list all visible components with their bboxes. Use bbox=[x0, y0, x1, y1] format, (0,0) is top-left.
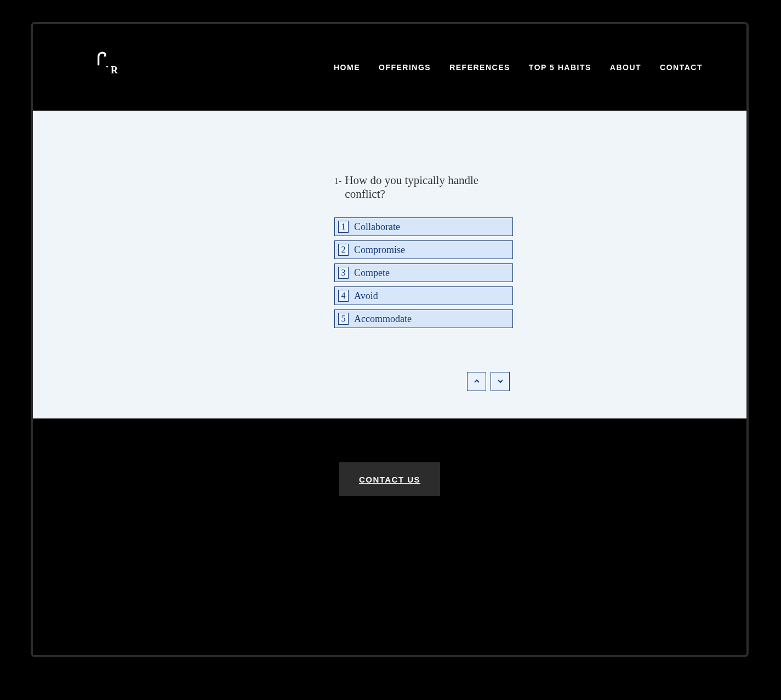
option-compete[interactable]: 3 Compete bbox=[334, 263, 513, 282]
chevron-up-icon bbox=[474, 377, 480, 387]
option-avoid[interactable]: 4 Avoid bbox=[334, 286, 513, 305]
nav-references[interactable]: REFERENCES bbox=[449, 63, 510, 72]
nav-offerings[interactable]: OFFERINGS bbox=[379, 63, 431, 72]
question-header: 1- How do you typically handle conflict? bbox=[334, 174, 515, 201]
option-key: 1 bbox=[338, 221, 349, 233]
chevron-down-icon bbox=[497, 377, 504, 387]
option-label: Accommodate bbox=[354, 313, 412, 325]
option-label: Compromise bbox=[354, 244, 405, 256]
survey-content: 1- How do you typically handle conflict?… bbox=[33, 111, 746, 418]
option-key: 3 bbox=[338, 267, 349, 279]
option-key: 2 bbox=[338, 244, 349, 256]
app-frame: ل R HOME OFFERINGS REFERENCES TOP 5 HABI… bbox=[31, 22, 749, 657]
logo[interactable]: ل R bbox=[93, 54, 121, 81]
logo-mark-top: ل bbox=[96, 50, 107, 67]
main-nav: HOME OFFERINGS REFERENCES TOP 5 HABITS A… bbox=[334, 63, 703, 72]
contact-us-button[interactable]: CONTACT US bbox=[339, 462, 440, 496]
cta-section: CONTACT US bbox=[33, 418, 746, 655]
logo-dot bbox=[106, 66, 108, 67]
question-number: 1- bbox=[334, 176, 341, 186]
logo-mark-bottom: R bbox=[111, 65, 118, 76]
survey-nav bbox=[467, 372, 510, 391]
question-block: 1- How do you typically handle conflict?… bbox=[334, 174, 515, 328]
option-label: Avoid bbox=[354, 290, 378, 302]
header: ل R HOME OFFERINGS REFERENCES TOP 5 HABI… bbox=[33, 24, 746, 111]
next-button[interactable] bbox=[491, 372, 510, 391]
nav-top5habits[interactable]: TOP 5 HABITS bbox=[529, 63, 591, 72]
option-label: Compete bbox=[354, 267, 390, 279]
option-key: 4 bbox=[338, 290, 349, 302]
option-collaborate[interactable]: 1 Collaborate bbox=[334, 217, 513, 236]
question-text: How do you typically handle conflict? bbox=[345, 174, 515, 201]
prev-button[interactable] bbox=[467, 372, 486, 391]
option-accommodate[interactable]: 5 Accommodate bbox=[334, 309, 513, 328]
nav-contact[interactable]: CONTACT bbox=[660, 63, 703, 72]
options-list: 1 Collaborate 2 Compromise 3 Compete 4 A… bbox=[334, 217, 515, 328]
option-compromise[interactable]: 2 Compromise bbox=[334, 240, 513, 259]
option-label: Collaborate bbox=[354, 221, 400, 233]
nav-home[interactable]: HOME bbox=[334, 63, 360, 72]
nav-about[interactable]: ABOUT bbox=[610, 63, 641, 72]
option-key: 5 bbox=[338, 313, 349, 325]
